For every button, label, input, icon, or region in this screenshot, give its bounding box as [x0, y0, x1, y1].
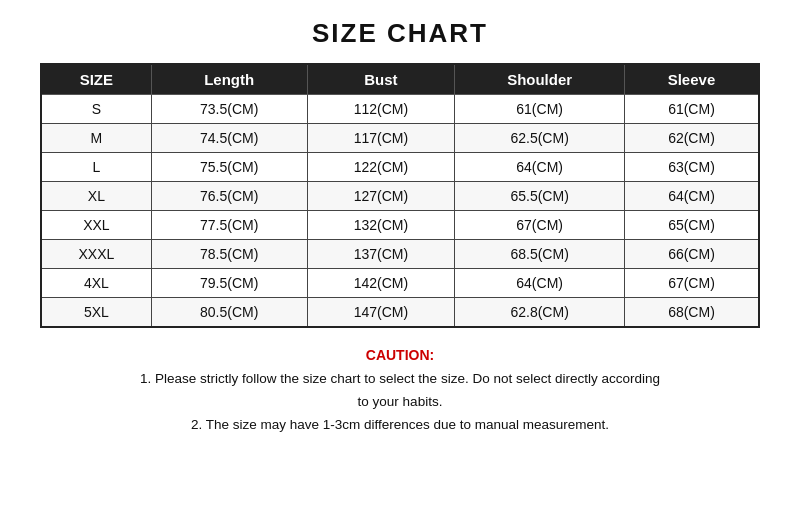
- table-cell: 62.5(CM): [455, 124, 625, 153]
- table-cell: 65(CM): [624, 211, 759, 240]
- table-cell: 64(CM): [455, 269, 625, 298]
- table-cell: 64(CM): [455, 153, 625, 182]
- table-cell: 80.5(CM): [151, 298, 307, 328]
- table-cell: 5XL: [41, 298, 151, 328]
- table-cell: 61(CM): [624, 95, 759, 124]
- table-cell: XL: [41, 182, 151, 211]
- table-cell: 137(CM): [307, 240, 455, 269]
- table-cell: 142(CM): [307, 269, 455, 298]
- table-row: XXL77.5(CM)132(CM)67(CM)65(CM): [41, 211, 759, 240]
- table-cell: 77.5(CM): [151, 211, 307, 240]
- table-cell: 67(CM): [455, 211, 625, 240]
- table-header-cell: SIZE: [41, 64, 151, 95]
- table-cell: 112(CM): [307, 95, 455, 124]
- table-cell: 79.5(CM): [151, 269, 307, 298]
- table-row: 4XL79.5(CM)142(CM)64(CM)67(CM): [41, 269, 759, 298]
- table-row: 5XL80.5(CM)147(CM)62.8(CM)68(CM): [41, 298, 759, 328]
- table-header-cell: Shoulder: [455, 64, 625, 95]
- table-cell: 147(CM): [307, 298, 455, 328]
- table-cell: 132(CM): [307, 211, 455, 240]
- page-title: SIZE CHART: [312, 18, 488, 49]
- table-cell: 75.5(CM): [151, 153, 307, 182]
- table-cell: 74.5(CM): [151, 124, 307, 153]
- caution-line-3: 2. The size may have 1-3cm differences d…: [191, 417, 609, 432]
- table-cell: 122(CM): [307, 153, 455, 182]
- table-cell: XXXL: [41, 240, 151, 269]
- table-cell: S: [41, 95, 151, 124]
- table-row: XL76.5(CM)127(CM)65.5(CM)64(CM): [41, 182, 759, 211]
- caution-label: CAUTION:: [366, 347, 434, 363]
- table-header-cell: Sleeve: [624, 64, 759, 95]
- table-header-cell: Length: [151, 64, 307, 95]
- table-cell: 63(CM): [624, 153, 759, 182]
- table-header-cell: Bust: [307, 64, 455, 95]
- table-cell: 62.8(CM): [455, 298, 625, 328]
- table-cell: M: [41, 124, 151, 153]
- table-cell: 68.5(CM): [455, 240, 625, 269]
- caution-line-2: to your habits.: [358, 394, 443, 409]
- table-cell: 78.5(CM): [151, 240, 307, 269]
- table-cell: 67(CM): [624, 269, 759, 298]
- size-chart-table: SIZELengthBustShoulderSleeve S73.5(CM)11…: [40, 63, 760, 328]
- table-cell: 4XL: [41, 269, 151, 298]
- table-cell: 61(CM): [455, 95, 625, 124]
- table-cell: 64(CM): [624, 182, 759, 211]
- table-row: S73.5(CM)112(CM)61(CM)61(CM): [41, 95, 759, 124]
- table-cell: 127(CM): [307, 182, 455, 211]
- table-cell: 68(CM): [624, 298, 759, 328]
- table-row: XXXL78.5(CM)137(CM)68.5(CM)66(CM): [41, 240, 759, 269]
- table-cell: 65.5(CM): [455, 182, 625, 211]
- table-cell: 73.5(CM): [151, 95, 307, 124]
- table-cell: 66(CM): [624, 240, 759, 269]
- caution-section: CAUTION: 1. Please strictly follow the s…: [40, 344, 760, 437]
- table-cell: L: [41, 153, 151, 182]
- table-cell: XXL: [41, 211, 151, 240]
- table-row: L75.5(CM)122(CM)64(CM)63(CM): [41, 153, 759, 182]
- table-cell: 76.5(CM): [151, 182, 307, 211]
- table-cell: 62(CM): [624, 124, 759, 153]
- table-cell: 117(CM): [307, 124, 455, 153]
- table-row: M74.5(CM)117(CM)62.5(CM)62(CM): [41, 124, 759, 153]
- table-header-row: SIZELengthBustShoulderSleeve: [41, 64, 759, 95]
- caution-line-1: 1. Please strictly follow the size chart…: [140, 371, 660, 386]
